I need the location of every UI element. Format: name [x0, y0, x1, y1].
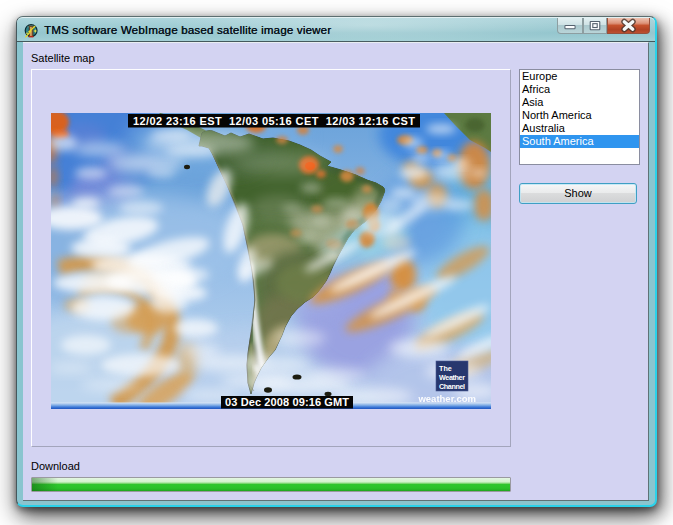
svg-text:03 Dec 2008 09:16 GMT: 03 Dec 2008 09:16 GMT	[225, 396, 349, 408]
svg-text:12/02 23:16 EST 12/03 05:16 C: 12/02 23:16 EST 12/03 05:16 CET 12/03 12…	[133, 115, 415, 127]
svg-text:Weather: Weather	[439, 373, 465, 382]
svg-text:The: The	[439, 364, 452, 373]
svg-text:weather.com: weather.com	[417, 393, 476, 404]
svg-text:Channel: Channel	[439, 382, 465, 391]
